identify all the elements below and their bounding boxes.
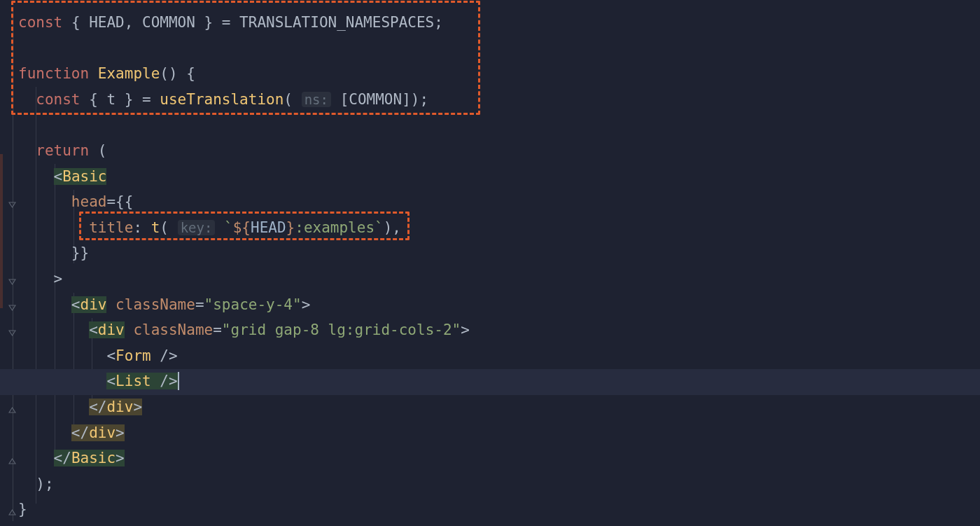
code-line[interactable]: <Form />: [18, 343, 980, 369]
template-literal: :examples: [295, 219, 374, 236]
semicolon: ;: [434, 14, 443, 31]
template-open: ${: [233, 219, 251, 236]
code-line[interactable]: <Basic: [18, 164, 980, 190]
tag-end: >: [115, 450, 125, 466]
self-close: />: [151, 347, 178, 364]
code-line[interactable]: const { t } = useTranslation( ns: [COMMO…: [18, 87, 980, 113]
tag-open: <: [71, 296, 80, 313]
keyword-return: return: [36, 142, 89, 159]
eq: =: [195, 296, 204, 313]
tag-end: >: [133, 399, 142, 415]
jsx-attr: className: [115, 296, 195, 313]
sp: [125, 321, 134, 338]
code-line[interactable]: function Example() {: [18, 61, 980, 87]
code-line[interactable]: head={{: [18, 189, 980, 215]
code-line[interactable]: const { HEAD, COMMON } = TRANSLATION_NAM…: [18, 10, 980, 36]
keyword-const: const: [36, 91, 80, 108]
code-line[interactable]: <div className="space-y-4">: [18, 292, 980, 318]
paren-close: );: [411, 91, 428, 108]
inlay-hint-ns: ns:: [302, 92, 331, 107]
jsx-attr: className: [133, 321, 213, 338]
jsx-tag: div: [106, 399, 133, 415]
code-line[interactable]: <div className="grid gap-8 lg:grid-cols-…: [18, 317, 980, 343]
call: useTranslation: [160, 91, 284, 108]
code-line[interactable]: <List />: [18, 368, 980, 394]
code-line[interactable]: </div>: [18, 420, 980, 446]
paren-close: ),: [384, 219, 401, 236]
punct: ={{: [106, 193, 133, 210]
eq: =: [133, 91, 160, 108]
close-brace: }: [18, 501, 27, 518]
tag-end: >: [54, 270, 63, 287]
backtick: `: [224, 219, 233, 236]
tag-end: >: [115, 424, 125, 441]
code-line[interactable]: title: t( key: `${HEAD}:examples`),: [18, 215, 980, 241]
tag-end: >: [461, 321, 470, 338]
code-line[interactable]: </div>: [18, 394, 980, 420]
code-line[interactable]: </Basic>: [18, 445, 980, 471]
paren-open: (: [160, 219, 169, 236]
jsx-attr: head: [71, 193, 107, 210]
code-line-empty[interactable]: [18, 112, 980, 138]
backtick: `: [374, 219, 384, 236]
function-name: Example: [98, 65, 160, 82]
code-line[interactable]: return (: [18, 138, 980, 164]
call: t: [151, 219, 160, 236]
jsx-tag: div: [98, 321, 125, 338]
tag-open: <: [54, 168, 63, 185]
self-close: />: [151, 373, 178, 389]
eq: =: [213, 321, 222, 338]
string: "grid gap-8 lg:grid-cols-2": [222, 321, 461, 338]
keyword-const: const: [18, 14, 62, 31]
string: "space-y-4": [204, 296, 302, 313]
code-area[interactable]: const { HEAD, COMMON } = TRANSLATION_NAM…: [18, 10, 980, 522]
code-line[interactable]: }}: [18, 240, 980, 266]
caret: [178, 372, 179, 390]
jsx-tag: List: [115, 373, 151, 389]
paren-open: (: [89, 142, 106, 159]
destructure: { t }: [89, 91, 133, 108]
tag-open: </: [54, 450, 71, 466]
keyword-function: function: [18, 65, 89, 82]
colon: :: [133, 219, 150, 236]
eq: =: [213, 14, 239, 31]
jsx-tag: Basic: [71, 450, 115, 466]
identifier: TRANSLATION_NAMESPACES: [239, 14, 434, 31]
close: );: [36, 476, 53, 492]
tag-open: </: [89, 399, 106, 415]
tag-open: <: [89, 321, 98, 338]
template-close: }: [286, 219, 295, 236]
jsx-tag: div: [89, 424, 115, 441]
tag-open: <: [106, 347, 115, 364]
template-var: HEAD: [251, 219, 286, 236]
close-braces: }}: [71, 244, 89, 261]
jsx-tag: Form: [115, 347, 151, 364]
code-line[interactable]: >: [18, 266, 980, 292]
code-line[interactable]: }: [18, 497, 980, 522]
jsx-tag: div: [80, 296, 107, 313]
tag-open: </: [71, 424, 89, 441]
code-line[interactable]: );: [18, 471, 980, 497]
prop-title: title: [89, 219, 133, 236]
tag-end: >: [302, 296, 311, 313]
argument: [COMMON]: [340, 91, 411, 108]
sp: [106, 296, 115, 313]
punct: () {: [160, 65, 195, 82]
paren-open: (: [284, 91, 293, 108]
tag-open: <: [106, 373, 115, 389]
jsx-tag: Basic: [62, 168, 106, 185]
gutter: [0, 10, 18, 526]
code-editor[interactable]: const { HEAD, COMMON } = TRANSLATION_NAM…: [0, 0, 980, 522]
inlay-hint-key: key:: [178, 220, 216, 235]
destructure: { HEAD, COMMON }: [71, 14, 213, 31]
code-line-empty[interactable]: [18, 36, 980, 62]
